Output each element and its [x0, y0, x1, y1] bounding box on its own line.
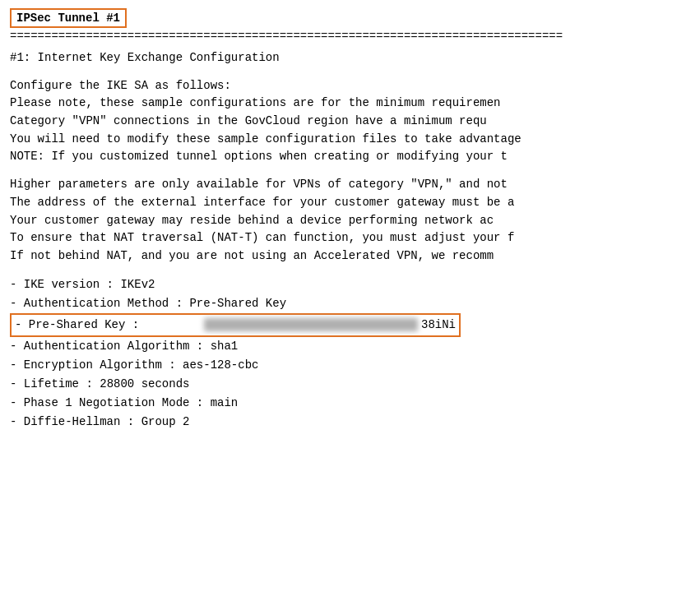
notice-line-4: To ensure that NAT traversal (NAT-T) can…	[10, 229, 690, 247]
enc-algo-row: - Encryption Algorithm : aes-128-cbc	[10, 356, 690, 375]
intro-label: Configure the IKE SA as follows:	[10, 77, 690, 95]
tunnel-title: IPSec Tunnel #1	[10, 8, 127, 28]
config-block: - IKE version : IKEv2 - Authentication M…	[10, 275, 690, 432]
notice-block: Higher parameters are only available for…	[10, 176, 690, 265]
info-line-3: You will need to modify these sample con…	[10, 131, 690, 149]
psk-row: - Pre-Shared Key : 38iNi	[10, 313, 690, 337]
notice-line-1: Higher parameters are only available for…	[10, 176, 690, 194]
auth-algo-label: - Authentication Algorithm : sha1	[10, 337, 238, 356]
auth-method-label: - Authentication Method : Pre-Shared Key	[10, 294, 286, 313]
info-line-4: NOTE: If you customized tunnel options w…	[10, 148, 690, 166]
psk-highlighted-row: - Pre-Shared Key : 38iNi	[10, 313, 461, 337]
info-line-1: Please note, these sample configurations…	[10, 95, 690, 113]
ike-version-row: - IKE version : IKEv2	[10, 275, 690, 294]
section-header-block: #1: Internet Key Exchange Configuration	[10, 49, 690, 67]
notice-line-2: The address of the external interface fo…	[10, 194, 690, 212]
separator-line: ========================================…	[10, 30, 690, 43]
psk-label: - Pre-Shared Key :	[15, 316, 204, 335]
phase1-label: - Phase 1 Negotiation Mode : main	[10, 394, 238, 413]
auth-algo-row: - Authentication Algorithm : sha1	[10, 337, 690, 356]
lifetime-row: - Lifetime : 28800 seconds	[10, 375, 690, 394]
auth-method-row: - Authentication Method : Pre-Shared Key	[10, 294, 690, 313]
psk-blurred-value	[204, 318, 418, 331]
ike-version-label: - IKE version : IKEv2	[10, 275, 155, 294]
notice-line-3: Your customer gateway may reside behind …	[10, 212, 690, 230]
section-header: #1: Internet Key Exchange Configuration	[10, 49, 690, 67]
phase1-row: - Phase 1 Negotiation Mode : main	[10, 394, 690, 413]
info-line-2: Category "VPN" connections in the GovClo…	[10, 113, 690, 131]
lifetime-label: - Lifetime : 28800 seconds	[10, 375, 189, 394]
dh-label: - Diffie-Hellman : Group 2	[10, 413, 189, 432]
enc-algo-label: - Encryption Algorithm : aes-128-cbc	[10, 356, 258, 375]
notice-line-5: If not behind NAT, and you are not using…	[10, 247, 690, 266]
intro-block: Configure the IKE SA as follows: Please …	[10, 77, 690, 166]
dh-row: - Diffie-Hellman : Group 2	[10, 413, 690, 432]
tunnel-title-wrapper: IPSec Tunnel #1	[10, 8, 690, 30]
psk-suffix: 38iNi	[421, 316, 456, 335]
